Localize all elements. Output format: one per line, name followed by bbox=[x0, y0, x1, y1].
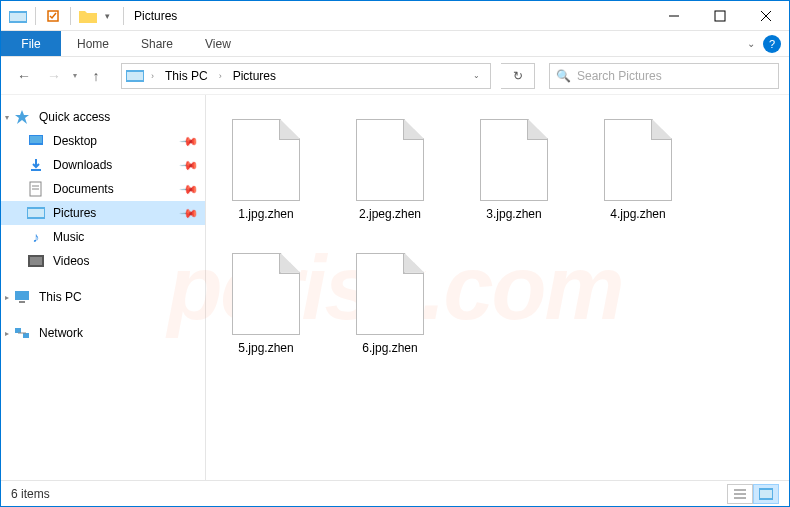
file-list-pane[interactable]: 1.jpg.zhen2.jpeg.zhen3.jpg.zhen4.jpg.zhe… bbox=[206, 95, 789, 480]
desktop-icon bbox=[27, 133, 45, 149]
pin-icon: 📌 bbox=[179, 203, 200, 224]
breadcrumb-pictures[interactable]: Pictures bbox=[229, 67, 280, 85]
blank-file-icon bbox=[480, 119, 548, 201]
recent-locations-dropdown[interactable]: ▾ bbox=[71, 71, 79, 80]
folder-icon bbox=[77, 5, 99, 27]
chevron-right-icon[interactable]: › bbox=[148, 71, 157, 81]
file-item[interactable]: 1.jpg.zhen bbox=[218, 115, 314, 227]
sidebar-item-music[interactable]: ♪ Music bbox=[1, 225, 205, 249]
status-bar: 6 items bbox=[1, 480, 789, 506]
file-item[interactable]: 5.jpg.zhen bbox=[218, 249, 314, 361]
pin-icon: 📌 bbox=[179, 131, 200, 152]
qat: ▾ bbox=[1, 5, 119, 27]
file-item[interactable]: 3.jpg.zhen bbox=[466, 115, 562, 227]
computer-icon bbox=[13, 289, 31, 305]
help-icon[interactable]: ? bbox=[763, 35, 781, 53]
breadcrumb-this-pc[interactable]: This PC bbox=[161, 67, 212, 85]
file-name-label: 4.jpg.zhen bbox=[610, 207, 665, 223]
search-box[interactable]: 🔍 bbox=[549, 63, 779, 89]
explorer-app-icon bbox=[7, 5, 29, 27]
navigation-pane: ▾ Quick access Desktop 📌 Downloads 📌 Doc… bbox=[1, 95, 206, 480]
up-button[interactable]: ↑ bbox=[83, 63, 109, 89]
breadcrumb[interactable]: › This PC › Pictures ⌄ bbox=[121, 63, 491, 89]
breadcrumb-dropdown-icon[interactable]: ⌄ bbox=[467, 71, 486, 80]
address-bar: ← → ▾ ↑ › This PC › Pictures ⌄ ↻ 🔍 bbox=[1, 57, 789, 95]
sidebar-item-videos[interactable]: Videos bbox=[1, 249, 205, 273]
svg-rect-21 bbox=[15, 328, 21, 333]
file-tab[interactable]: File bbox=[1, 31, 61, 56]
forward-button[interactable]: → bbox=[41, 63, 67, 89]
content-area: pcrisk.com ▾ Quick access Desktop 📌 Down… bbox=[1, 95, 789, 480]
svg-rect-4 bbox=[715, 11, 725, 21]
pin-icon: 📌 bbox=[179, 179, 200, 200]
pin-icon: 📌 bbox=[179, 155, 200, 176]
ribbon-expand-icon[interactable]: ⌄ bbox=[747, 38, 755, 49]
file-item[interactable]: 6.jpg.zhen bbox=[342, 249, 438, 361]
back-button[interactable]: ← bbox=[11, 63, 37, 89]
network-icon bbox=[13, 325, 31, 341]
minimize-button[interactable] bbox=[651, 1, 697, 31]
svg-rect-16 bbox=[28, 209, 44, 217]
large-icons-view-button[interactable] bbox=[753, 484, 779, 504]
sidebar-item-pictures[interactable]: Pictures 📌 bbox=[1, 201, 205, 225]
window-title: Pictures bbox=[128, 9, 177, 23]
qat-properties-icon[interactable] bbox=[42, 5, 64, 27]
sidebar-network[interactable]: ▸ Network bbox=[1, 321, 205, 345]
maximize-button[interactable] bbox=[697, 1, 743, 31]
file-name-label: 5.jpg.zhen bbox=[238, 341, 293, 357]
refresh-button[interactable]: ↻ bbox=[501, 63, 535, 89]
svg-rect-1 bbox=[10, 13, 26, 21]
videos-icon bbox=[27, 253, 45, 269]
svg-rect-20 bbox=[19, 301, 25, 303]
svg-rect-28 bbox=[760, 490, 772, 498]
file-item[interactable]: 2.jpeg.zhen bbox=[342, 115, 438, 227]
search-input[interactable] bbox=[577, 69, 772, 83]
details-view-button[interactable] bbox=[727, 484, 753, 504]
sidebar-item-label: This PC bbox=[39, 290, 82, 304]
blank-file-icon bbox=[604, 119, 672, 201]
sidebar-item-label: Quick access bbox=[39, 110, 110, 124]
blank-file-icon bbox=[232, 119, 300, 201]
sidebar-item-desktop[interactable]: Desktop 📌 bbox=[1, 129, 205, 153]
sidebar-item-downloads[interactable]: Downloads 📌 bbox=[1, 153, 205, 177]
chevron-right-icon[interactable]: › bbox=[216, 71, 225, 81]
sidebar-item-label: Music bbox=[53, 230, 84, 244]
tab-view[interactable]: View bbox=[189, 31, 247, 56]
pictures-icon bbox=[27, 205, 45, 221]
blank-file-icon bbox=[232, 253, 300, 335]
sidebar-quick-access[interactable]: ▾ Quick access bbox=[1, 105, 205, 129]
file-name-label: 1.jpg.zhen bbox=[238, 207, 293, 223]
sidebar-this-pc[interactable]: ▸ This PC bbox=[1, 285, 205, 309]
qat-dropdown-icon[interactable]: ▾ bbox=[101, 5, 113, 27]
file-name-label: 3.jpg.zhen bbox=[486, 207, 541, 223]
close-button[interactable] bbox=[743, 1, 789, 31]
sidebar-item-label: Videos bbox=[53, 254, 89, 268]
blank-file-icon bbox=[356, 253, 424, 335]
item-count: 6 items bbox=[11, 487, 50, 501]
tab-share[interactable]: Share bbox=[125, 31, 189, 56]
chevron-right-icon[interactable]: ▸ bbox=[5, 293, 9, 302]
sidebar-item-label: Documents bbox=[53, 182, 114, 196]
sidebar-item-label: Downloads bbox=[53, 158, 112, 172]
ribbon: File Home Share View ⌄ ? bbox=[1, 31, 789, 57]
svg-rect-10 bbox=[30, 136, 42, 143]
window-controls bbox=[651, 1, 789, 31]
music-icon: ♪ bbox=[27, 229, 45, 245]
documents-icon bbox=[27, 181, 45, 197]
title-bar: ▾ Pictures bbox=[1, 1, 789, 31]
sidebar-item-label: Network bbox=[39, 326, 83, 340]
svg-rect-19 bbox=[15, 291, 29, 300]
file-name-label: 6.jpg.zhen bbox=[362, 341, 417, 357]
tab-home[interactable]: Home bbox=[61, 31, 125, 56]
downloads-icon bbox=[27, 157, 45, 173]
sidebar-item-documents[interactable]: Documents 📌 bbox=[1, 177, 205, 201]
chevron-down-icon[interactable]: ▾ bbox=[5, 113, 9, 122]
svg-rect-22 bbox=[23, 333, 29, 338]
pictures-location-icon bbox=[126, 69, 144, 83]
file-item[interactable]: 4.jpg.zhen bbox=[590, 115, 686, 227]
blank-file-icon bbox=[356, 119, 424, 201]
svg-rect-8 bbox=[127, 72, 143, 80]
star-icon bbox=[13, 109, 31, 125]
sidebar-item-label: Desktop bbox=[53, 134, 97, 148]
chevron-right-icon[interactable]: ▸ bbox=[5, 329, 9, 338]
